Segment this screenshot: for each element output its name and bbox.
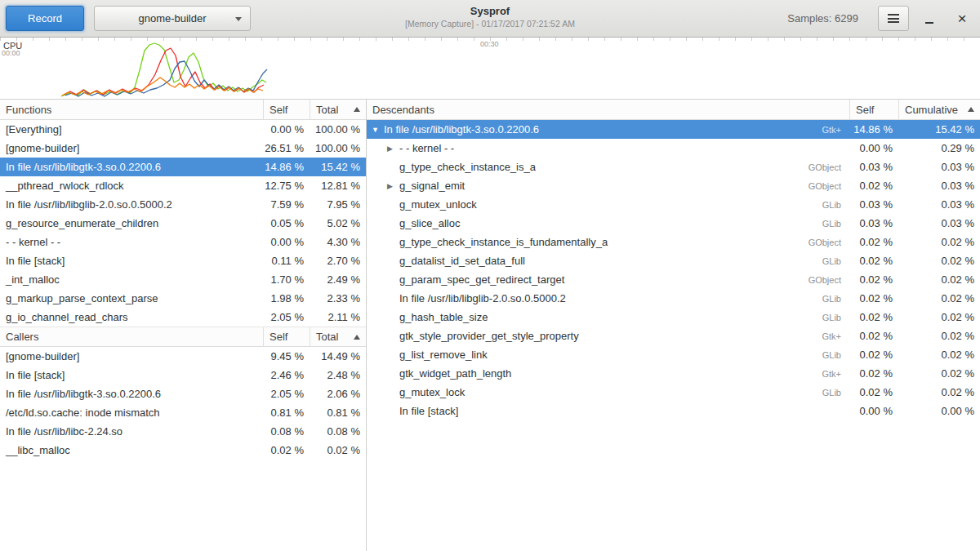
- table-row[interactable]: [gnome-builder]9.45 %14.49 %: [0, 347, 366, 366]
- table-row[interactable]: ▶- - kernel - -0.00 %0.29 %: [367, 139, 980, 158]
- cell-function-name: g_mutex_unlock: [367, 195, 776, 214]
- table-row[interactable]: g_mutex_unlockGLib0.03 %0.03 %: [367, 195, 980, 214]
- column-header-descendants[interactable]: Descendants: [367, 100, 849, 119]
- cell-library-name: [776, 402, 849, 420]
- timeline-tick-start: 00:00: [2, 49, 20, 57]
- table-row[interactable]: g_type_check_instance_is_aGObject0.03 %0…: [367, 158, 980, 176]
- table-row[interactable]: __libc_malloc0.02 %0.02 %: [0, 441, 366, 460]
- function-name-text: In file /usr/lib/libgtk-3.so.0.2200.6: [384, 123, 539, 136]
- cell-self-percent: 0.02 %: [849, 176, 898, 195]
- cell-library-name: GObject: [776, 233, 849, 251]
- cell-library-name: GLib: [776, 251, 849, 270]
- table-row[interactable]: In file [stack]0.00 %0.00 %: [367, 402, 980, 420]
- table-row[interactable]: In file /usr/lib/libgtk-3.so.0.2200.62.0…: [0, 384, 366, 403]
- table-row[interactable]: In file /usr/lib/libc-2.24.so0.08 %0.08 …: [0, 422, 366, 441]
- main-content: Functions Self Total [Everything]0.00 %1…: [0, 100, 980, 551]
- table-row[interactable]: In file /usr/lib/libglib-2.0.so.0.5000.2…: [0, 195, 366, 214]
- cell-self-percent: 0.81 %: [263, 403, 310, 422]
- cell-cumulative-percent: 0.03 %: [898, 176, 980, 195]
- header-right-controls: Samples: 6299 ×: [787, 6, 974, 31]
- cell-total-percent: 14.49 %: [310, 347, 366, 366]
- table-row[interactable]: In file /usr/lib/libglib-2.0.so.0.5000.2…: [367, 289, 980, 308]
- chevron-down-icon: [235, 17, 242, 21]
- cell-self-percent: 0.02 %: [849, 233, 898, 251]
- cell-function-name: g_markup_parse_context_parse: [0, 289, 263, 308]
- column-header-cumulative[interactable]: Cumulative: [898, 100, 980, 119]
- left-pane: Functions Self Total [Everything]0.00 %1…: [0, 100, 367, 551]
- cell-function-name: In file /usr/lib/libgtk-3.so.0.2200.6: [0, 384, 263, 403]
- cell-self-percent: 0.02 %: [849, 327, 898, 345]
- record-button[interactable]: Record: [6, 6, 84, 31]
- column-header-total[interactable]: Total: [310, 100, 366, 119]
- cell-function-name: /etc/ld.so.cache: inode mismatch: [0, 403, 263, 422]
- cell-self-percent: 0.02 %: [849, 270, 898, 289]
- table-row[interactable]: gtk_style_provider_get_style_propertyGtk…: [367, 327, 980, 345]
- cell-function-name: In file /usr/lib/libc-2.24.so: [0, 422, 263, 441]
- cell-cumulative-percent: 0.03 %: [898, 158, 980, 176]
- function-name-text: g_hash_table_size: [399, 311, 488, 323]
- cell-function-name: ▶g_signal_emit: [367, 176, 776, 195]
- table-row[interactable]: g_list_remove_linkGLib0.02 %0.02 %: [367, 345, 980, 364]
- cpu-line-green: [61, 43, 266, 96]
- cell-cumulative-percent: 0.02 %: [898, 364, 980, 383]
- cell-total-percent: 2.11 %: [310, 308, 366, 327]
- cell-function-name: In file [stack]: [367, 402, 776, 420]
- table-row[interactable]: _int_malloc1.70 %2.49 %: [0, 270, 366, 289]
- expander-icon[interactable]: ▼: [372, 126, 384, 134]
- cpu-timeline[interactable]: CPU 00:00 00:30: [0, 38, 980, 100]
- column-header-self[interactable]: Self: [849, 100, 898, 119]
- table-row[interactable]: gtk_widget_path_lengthGtk+0.02 %0.02 %: [367, 364, 980, 383]
- table-row[interactable]: In file [stack]0.11 %2.70 %: [0, 251, 366, 270]
- table-row[interactable]: [gnome-builder]26.51 %100.00 %: [0, 139, 366, 158]
- table-row[interactable]: In file [stack]2.46 %2.48 %: [0, 366, 366, 384]
- callers-table-header: Callers Self Total: [0, 327, 366, 347]
- cell-function-name: In file [stack]: [0, 251, 263, 270]
- table-row[interactable]: g_slice_allocGLib0.03 %0.03 %: [367, 214, 980, 233]
- table-row[interactable]: g_mutex_lockGLib0.02 %0.02 %: [367, 383, 980, 402]
- cell-library-name: GLib: [776, 383, 849, 402]
- cell-library-name: GObject: [776, 176, 849, 195]
- expander-icon[interactable]: ▶: [387, 182, 399, 190]
- table-row[interactable]: g_datalist_id_set_data_fullGLib0.02 %0.0…: [367, 251, 980, 270]
- cell-function-name: g_datalist_id_set_data_full: [367, 251, 776, 270]
- table-row[interactable]: /etc/ld.so.cache: inode mismatch0.81 %0.…: [0, 403, 366, 422]
- function-name-text: - - kernel - -: [399, 142, 454, 154]
- function-name-text: g_mutex_unlock: [399, 198, 477, 211]
- table-row[interactable]: ▶g_signal_emitGObject0.02 %0.03 %: [367, 176, 980, 195]
- table-row[interactable]: ▼In file /usr/lib/libgtk-3.so.0.2200.6Gt…: [367, 120, 980, 139]
- table-row[interactable]: In file /usr/lib/libgtk-3.so.0.2200.614.…: [0, 158, 366, 176]
- cell-function-name: In file /usr/lib/libglib-2.0.so.0.5000.2: [367, 289, 776, 308]
- table-row[interactable]: __pthread_rwlock_rdlock12.75 %12.81 %: [0, 176, 366, 195]
- cell-self-percent: 0.02 %: [849, 364, 898, 383]
- column-header-callers[interactable]: Callers: [0, 327, 263, 346]
- cell-cumulative-percent: 0.02 %: [898, 289, 980, 308]
- column-header-self[interactable]: Self: [263, 327, 310, 346]
- cell-function-name: g_resource_enumerate_children: [0, 214, 263, 233]
- cell-self-percent: 0.02 %: [263, 441, 310, 460]
- close-button[interactable]: ×: [950, 7, 974, 31]
- function-name-text: g_mutex_lock: [399, 386, 465, 398]
- expander-icon[interactable]: ▶: [387, 144, 399, 153]
- table-row[interactable]: g_hash_table_sizeGLib0.02 %0.02 %: [367, 308, 980, 327]
- process-selector-dropdown[interactable]: gnome-builder: [94, 6, 251, 31]
- cell-library-name: GLib: [776, 214, 849, 233]
- table-row[interactable]: g_param_spec_get_redirect_targetGObject0…: [367, 270, 980, 289]
- table-row[interactable]: g_resource_enumerate_children0.05 %5.02 …: [0, 214, 366, 233]
- menu-button[interactable]: [878, 6, 909, 31]
- column-header-total[interactable]: Total: [310, 327, 366, 346]
- functions-table: [Everything]0.00 %100.00 %[gnome-builder…: [0, 120, 366, 327]
- cell-total-percent: 12.81 %: [310, 176, 366, 195]
- window-title: Sysprof: [405, 5, 575, 17]
- minimize-button[interactable]: [917, 7, 942, 31]
- cell-library-name: Gtk+: [776, 327, 849, 345]
- cell-function-name: g_list_remove_link: [367, 345, 776, 364]
- table-row[interactable]: g_io_channel_read_chars2.05 %2.11 %: [0, 308, 366, 327]
- cell-total-percent: 2.06 %: [310, 384, 366, 403]
- table-row[interactable]: g_type_check_instance_is_fundamentally_a…: [367, 233, 980, 251]
- table-row[interactable]: g_markup_parse_context_parse1.98 %2.33 %: [0, 289, 366, 308]
- column-header-self[interactable]: Self: [263, 100, 310, 119]
- table-row[interactable]: [Everything]0.00 %100.00 %: [0, 120, 366, 139]
- table-row[interactable]: - - kernel - -0.00 %4.30 %: [0, 233, 366, 251]
- cell-self-percent: 0.02 %: [849, 251, 898, 270]
- column-header-functions[interactable]: Functions: [0, 100, 263, 119]
